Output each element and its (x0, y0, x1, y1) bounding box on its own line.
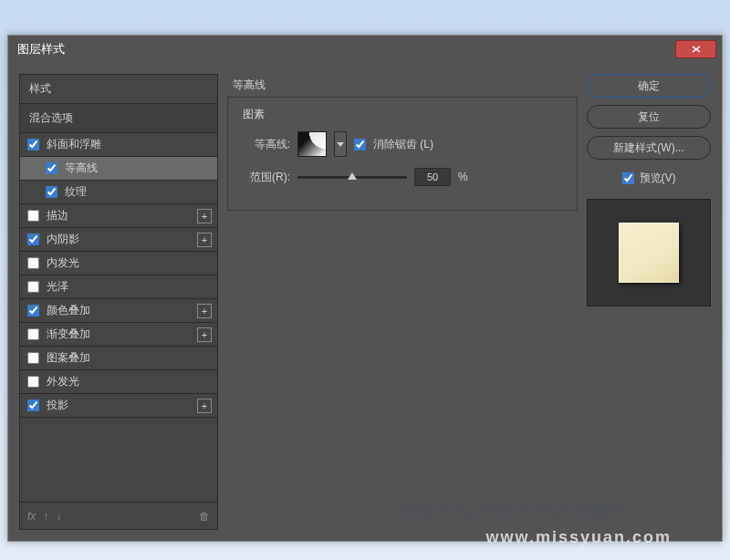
settings-group-label: 图素 (239, 107, 566, 122)
contour-settings: 等高线 图素 等高线: 消除锯齿 (L) 范围(R): % (227, 74, 578, 530)
close-button[interactable] (675, 40, 716, 58)
ok-button[interactable]: 确定 (587, 74, 711, 98)
dialog-content: 样式 混合选项 斜面和浮雕等高线纹理描边+内阴影+内发光光泽颜色叠加+渐变叠加+… (8, 63, 722, 541)
blending-options[interactable]: 混合选项 (20, 104, 217, 133)
contour-dropdown-button[interactable] (334, 131, 347, 157)
contour-label: 等高线: (239, 137, 290, 152)
watermark-url: www.missyuan.com (486, 528, 672, 547)
style-checkbox-10[interactable] (27, 376, 39, 388)
preview-label: 预览(V) (640, 171, 676, 186)
range-unit: % (458, 171, 468, 183)
anti-alias-checkbox[interactable] (354, 139, 366, 150)
style-label-8: 渐变叠加 (47, 327, 90, 342)
styles-header: 样式 (20, 75, 217, 104)
style-add-button-11[interactable]: + (197, 399, 212, 413)
style-checkbox-3[interactable] (27, 210, 39, 222)
style-label-1: 等高线 (65, 161, 98, 176)
style-label-6: 光泽 (47, 279, 68, 295)
style-item-7[interactable]: 颜色叠加+ (20, 299, 217, 323)
style-item-1[interactable]: 等高线 (20, 157, 217, 181)
main-panel: 等高线 图素 等高线: 消除锯齿 (L) 范围(R): % (227, 74, 711, 530)
style-checkbox-8[interactable] (27, 328, 39, 340)
style-checkbox-9[interactable] (27, 352, 39, 364)
style-checkbox-4[interactable] (27, 233, 39, 245)
right-column: 确定 复位 新建样式(W)... 预览(V) (587, 74, 711, 530)
style-checkbox-7[interactable] (27, 305, 39, 316)
style-item-9[interactable]: 图案叠加 (20, 347, 217, 370)
style-label-4: 内阴影 (47, 232, 79, 247)
styles-list: 样式 混合选项 斜面和浮雕等高线纹理描边+内阴影+内发光光泽颜色叠加+渐变叠加+… (19, 74, 218, 530)
style-item-0[interactable]: 斜面和浮雕 (20, 133, 217, 157)
style-item-6[interactable]: 光泽 (20, 275, 217, 299)
style-checkbox-6[interactable] (27, 281, 39, 293)
style-checkbox-2[interactable] (46, 186, 57, 198)
styles-sidebar: 样式 混合选项 斜面和浮雕等高线纹理描边+内阴影+内发光光泽颜色叠加+渐变叠加+… (19, 74, 218, 530)
style-label-0: 斜面和浮雕 (47, 137, 101, 152)
reset-button[interactable]: 复位 (587, 105, 711, 129)
style-item-8[interactable]: 渐变叠加+ (20, 323, 217, 347)
style-label-7: 颜色叠加 (47, 303, 90, 318)
styles-footer: fx ↑ ↓ 🗑 (20, 502, 217, 529)
preview-checkbox[interactable] (622, 172, 634, 184)
range-label: 范围(R): (239, 170, 290, 185)
style-item-10[interactable]: 外发光 (20, 370, 217, 394)
style-label-10: 外发光 (47, 374, 79, 389)
trash-button[interactable]: 🗑 (199, 510, 210, 523)
preview-swatch (619, 223, 679, 283)
style-item-4[interactable]: 内阴影+ (20, 228, 217, 252)
range-input[interactable] (414, 168, 451, 186)
move-up-button[interactable]: ↑ (43, 510, 48, 523)
style-item-5[interactable]: 内发光 (20, 252, 217, 275)
style-add-button-8[interactable]: + (197, 327, 212, 342)
contour-picker[interactable] (297, 131, 327, 157)
new-style-button[interactable]: 新建样式(W)... (587, 136, 711, 160)
settings-title: 等高线 (227, 74, 578, 97)
layer-style-dialog: 图层样式 样式 混合选项 斜面和浮雕等高线纹理描边+内阴影+内发光光泽颜色叠加+… (7, 35, 723, 542)
style-add-button-4[interactable]: + (197, 233, 212, 247)
style-add-button-7[interactable]: + (197, 304, 212, 318)
style-label-2: 纹理 (65, 184, 87, 200)
style-item-11[interactable]: 投影+ (20, 394, 217, 418)
style-checkbox-11[interactable] (27, 399, 39, 411)
style-label-3: 描边 (47, 208, 68, 223)
style-label-11: 投影 (47, 398, 68, 413)
preview-box (587, 199, 711, 306)
style-item-2[interactable]: 纹理 (20, 181, 217, 204)
style-label-5: 内发光 (47, 255, 79, 271)
style-item-3[interactable]: 描边+ (20, 204, 217, 228)
style-label-9: 图案叠加 (47, 350, 90, 366)
style-checkbox-0[interactable] (27, 139, 39, 150)
window-title: 图层样式 (17, 41, 65, 57)
fx-menu-button[interactable]: fx (27, 510, 36, 523)
style-add-button-3[interactable]: + (197, 209, 212, 223)
style-checkbox-1[interactable] (46, 162, 57, 174)
titlebar: 图层样式 (8, 36, 722, 63)
move-down-button[interactable]: ↓ (56, 510, 61, 523)
range-slider[interactable] (297, 176, 407, 179)
anti-alias-label: 消除锯齿 (L) (373, 137, 433, 152)
style-checkbox-5[interactable] (27, 257, 39, 269)
watermark-text: 思缘论坛邪恶女神原创翻译 (398, 497, 628, 522)
